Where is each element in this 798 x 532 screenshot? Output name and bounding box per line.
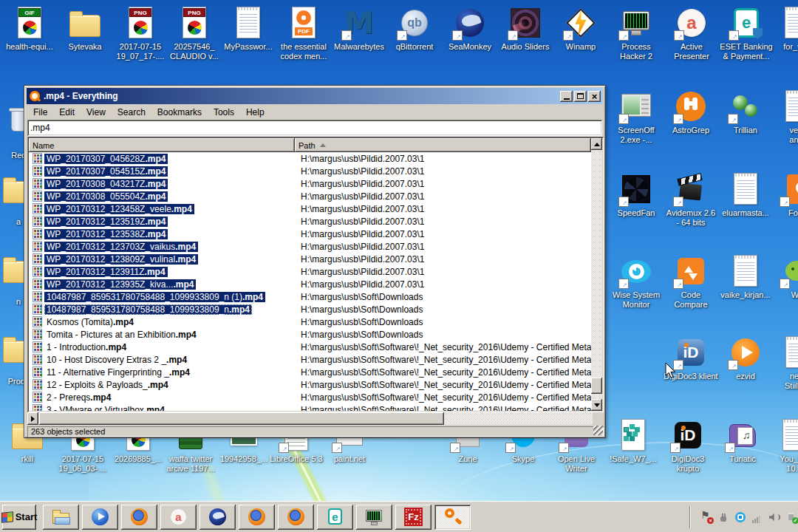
file-row[interactable]: WP_20170307_045628Z.mp4H:\margus\usb\Pil… bbox=[29, 152, 593, 165]
desktop-icon-you-k-10[interactable]: You_k... 10... bbox=[767, 417, 798, 474]
taskbar-button-windows-explorer[interactable] bbox=[43, 505, 79, 530]
desktop-icon-vaike-kirjan[interactable]: vaike_kirjan... bbox=[718, 253, 773, 300]
tray-network-signal-icon[interactable] bbox=[751, 511, 763, 523]
desktop-icon-digidoc3-kr-pto[interactable]: iDDigiDoc3 krüpto bbox=[661, 417, 715, 474]
taskbar-button-seamonkey[interactable] bbox=[200, 505, 236, 530]
taskbar-button-active-presenter[interactable]: a bbox=[160, 505, 197, 530]
desktop-icon-for-w[interactable]: for_w... bbox=[769, 5, 798, 52]
menu-file[interactable]: File bbox=[27, 106, 53, 118]
file-row[interactable]: 2 - Prereqs.mp4H:\margus\usb\Soft\Softwa… bbox=[29, 391, 593, 403]
text-icon bbox=[780, 335, 798, 370]
file-row[interactable]: 10487987_859531780758488_1099933809_n (1… bbox=[29, 290, 593, 303]
desktop-icon-code-compare[interactable]: Code Compare bbox=[664, 253, 718, 310]
file-row[interactable]: WP_20170312_123703Z_vaikus.mp4H:\margus\… bbox=[29, 240, 593, 253]
resize-grip[interactable] bbox=[593, 426, 603, 435]
desktop-icon-avidemux-2-6-64-bits[interactable]: Avidemux 2.6 - 64 bits bbox=[664, 171, 718, 228]
desktop-icon-20257546-claudio-v[interactable]: PNG20257546_ CLAUDIO v... bbox=[167, 5, 222, 61]
file-row[interactable]: 11 - Alternative Fingerprinting _.mp4H:\… bbox=[29, 366, 593, 378]
file-row[interactable]: WP_20170312_123519Z.mp4H:\margus\usb\Pil… bbox=[29, 215, 593, 228]
desktop-icon-new-stiiliv[interactable]: new Stiiliv... bbox=[770, 335, 798, 391]
desktop-icon-trillian[interactable]: Trillian bbox=[718, 89, 773, 135]
taskbar-button-firefox-3[interactable] bbox=[278, 505, 314, 530]
taskbar-button-filezilla[interactable]: Fz bbox=[395, 505, 432, 530]
menu-search[interactable]: Search bbox=[112, 106, 151, 118]
horizontal-scroll-thumb[interactable] bbox=[39, 412, 444, 425]
desktop-icon-astrogrep[interactable]: AstroGrep bbox=[664, 89, 718, 135]
desktop-icon-screenoff-2-exe[interactable]: ScreenOff 2.exe -... bbox=[609, 89, 664, 145]
taskbar-button-windows-media-player[interactable] bbox=[82, 505, 118, 530]
taskbar-button-everything[interactable] bbox=[434, 505, 471, 530]
scroll-right-button[interactable] bbox=[27, 412, 38, 425]
scroll-up-button[interactable] bbox=[591, 138, 602, 150]
maximize-button[interactable] bbox=[574, 91, 587, 102]
tray-volume-icon[interactable] bbox=[768, 511, 780, 523]
file-row[interactable]: WP_20170312_123458Z_veele.mp4H:\margus\u… bbox=[29, 202, 593, 215]
taskbar-button-firefox-2[interactable] bbox=[239, 505, 275, 530]
desktop-icon-qbittorrent[interactable]: qbqBittorrent bbox=[387, 5, 442, 52]
vertical-scroll-thumb[interactable] bbox=[591, 378, 602, 394]
column-header-name[interactable]: Name bbox=[29, 138, 295, 152]
desktop-icon-eluarmasta[interactable]: eluarmasta... bbox=[718, 171, 773, 218]
tray-power-plug-icon[interactable] bbox=[717, 511, 729, 523]
file-row[interactable]: 12 - Exploits & Payloads_.mp4H:\margus\u… bbox=[29, 378, 593, 391]
window-titlebar[interactable]: .mp4 - Everything bbox=[27, 88, 603, 104]
close-button[interactable] bbox=[588, 91, 601, 102]
tray-safely-remove-usb-icon[interactable] bbox=[785, 511, 797, 523]
file-row[interactable]: WP_20170312_123809Z_vulinal.mp4H:\margus… bbox=[29, 253, 593, 265]
desktop-icon-malwarebytes[interactable]: MMalwarebytes bbox=[332, 5, 386, 52]
desktop-icon-safe-w7[interactable]: !Safe_W7_... bbox=[606, 417, 661, 464]
desktop-icon-sytevaka[interactable]: Sytevaka bbox=[58, 5, 112, 52]
desktop-icon-health-equi[interactable]: GIFhealth-equi... bbox=[2, 5, 57, 52]
desktop-icon-we[interactable]: We bbox=[770, 253, 798, 300]
menu-bookmarks[interactable]: Bookmarks bbox=[151, 106, 208, 118]
desktop-icon-ve-an[interactable]: ve... an... bbox=[770, 89, 798, 145]
file-row[interactable]: WP_20170312_123935Z_kiva....mp4H:\margus… bbox=[29, 278, 593, 290]
desktop-icon-tunatic[interactable]: ♫Tunatic bbox=[715, 417, 770, 464]
taskbar-button-process-hacker[interactable] bbox=[356, 505, 392, 530]
desktop-icon-active-presenter[interactable]: aActive Presenter bbox=[664, 5, 719, 61]
file-row[interactable]: WP_20170312_123538Z.mp4H:\margus\usb\Pil… bbox=[29, 228, 593, 240]
file-row[interactable]: 3 - VMware or Virtualbox.mp4H:\margus\us… bbox=[29, 403, 593, 411]
desktop-icon-mypasswor[interactable]: MyPasswor... bbox=[221, 5, 276, 52]
desktop-icon-audio-sliders[interactable]: Audio Sliders bbox=[498, 5, 553, 52]
tray-action-center-icon[interactable] bbox=[700, 511, 712, 523]
file-row[interactable]: Tomita - Pictures at an Exhibition.mp4H:… bbox=[29, 328, 593, 341]
file-row[interactable]: 10487987_859531780758488_1099933809_n.mp… bbox=[29, 303, 593, 316]
vertical-scrollbar[interactable] bbox=[591, 138, 602, 411]
start-button[interactable]: Start bbox=[2, 505, 36, 530]
menu-view[interactable]: View bbox=[81, 106, 112, 118]
desktop-icon-process-hacker-2[interactable]: Process Hacker 2 bbox=[609, 5, 664, 61]
menu-edit[interactable]: Edit bbox=[53, 106, 81, 118]
windows-media-player-icon bbox=[90, 507, 110, 527]
desktop-icon-speedfan[interactable]: SpeedFan bbox=[609, 171, 664, 218]
desktop-icon-2017-07-15-19-07-17[interactable]: PNG2017-07-15 19_07_17-.... bbox=[113, 5, 168, 61]
menu-help[interactable]: Help bbox=[240, 106, 270, 118]
sort-ascending-icon bbox=[320, 143, 326, 147]
menu-tools[interactable]: Tools bbox=[208, 106, 240, 118]
icon-glyph: ♫ bbox=[732, 417, 760, 453]
file-row[interactable]: 1 - Introduction.mp4H:\margus\usb\Soft\S… bbox=[29, 341, 593, 353]
file-row[interactable]: WP_20170308_055504Z.mp4H:\margus\usb\Pil… bbox=[29, 190, 593, 202]
desktop-icon-eset-banking-payment[interactable]: eESET Banking & Payment... bbox=[719, 5, 774, 61]
scroll-down-button[interactable] bbox=[591, 399, 602, 411]
file-row[interactable]: 10 - Host Discovery Extras 2 _.mp4H:\mar… bbox=[29, 353, 593, 366]
file-row[interactable]: WP_20170308_043217Z.mp4H:\margus\usb\Pil… bbox=[29, 177, 593, 190]
desktop-icon-winamp[interactable]: Winamp bbox=[553, 5, 608, 52]
desktop-icon-the-essential-codex-men[interactable]: PDFthe essential codex men... bbox=[276, 5, 331, 61]
video-file-icon bbox=[33, 291, 42, 302]
search-input[interactable] bbox=[27, 120, 602, 136]
taskbar-button-firefox[interactable] bbox=[121, 505, 157, 530]
desktop-icon-wise-system-monitor[interactable]: Wise System Monitor bbox=[609, 253, 664, 310]
desktop-icon-foxit[interactable]: Foxit bbox=[770, 171, 798, 218]
desktop-icon-ezvid[interactable]: ezvid bbox=[718, 335, 773, 381]
desktop-icon-seamonkey[interactable]: SeaMonkey bbox=[443, 5, 497, 52]
horizontal-scrollbar[interactable] bbox=[27, 412, 593, 425]
windows-flag-icon bbox=[1, 511, 13, 523]
file-row[interactable]: Kosmos (Tomita).mp4H:\margus\usb\Soft\Do… bbox=[29, 316, 593, 328]
taskbar-button-eset[interactable]: e bbox=[317, 505, 353, 530]
column-header-path[interactable]: Path bbox=[295, 138, 591, 152]
file-row[interactable]: WP_20170307_054515Z.mp4H:\margus\usb\Pil… bbox=[29, 165, 593, 177]
tray-wise-monitor-icon[interactable] bbox=[734, 511, 746, 523]
file-row[interactable]: WP_20170312_123911Z.mp4H:\margus\usb\Pil… bbox=[29, 265, 593, 278]
minimize-button[interactable] bbox=[560, 91, 573, 102]
